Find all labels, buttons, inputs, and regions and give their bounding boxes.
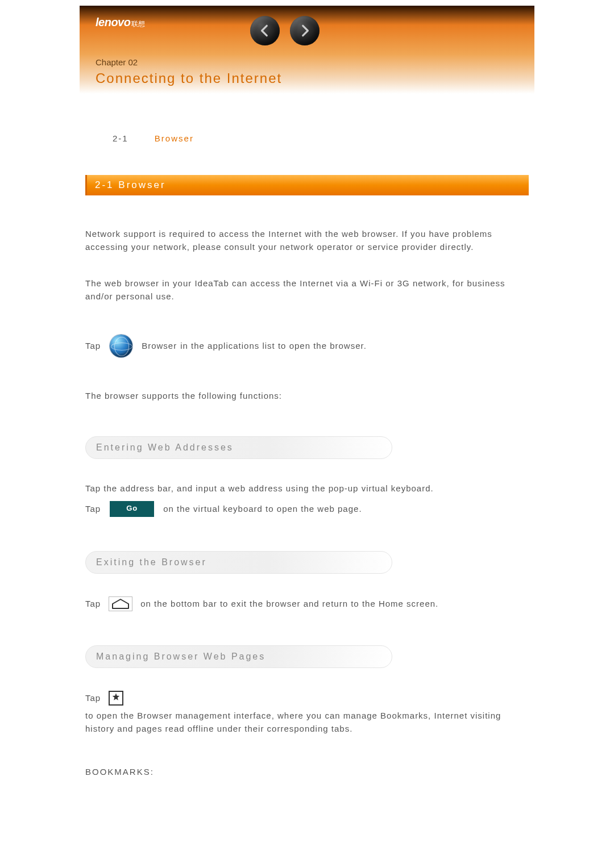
text: Tap: [85, 691, 101, 704]
chapter-label: Chapter 02: [96, 57, 518, 67]
logo-brand: lenovo: [96, 16, 130, 28]
home-icon: [109, 596, 132, 611]
paragraph: Network support is required to access th…: [85, 227, 529, 254]
paragraph: The web browser in your IdeaTab can acce…: [85, 277, 529, 303]
go-button-icon: Go: [110, 501, 154, 517]
subheading: Exiting the Browser: [85, 551, 392, 574]
prev-button[interactable]: [250, 16, 280, 45]
text: to open the Browser management interface…: [85, 709, 529, 736]
paragraph: Tap the address bar, and input a web add…: [85, 482, 529, 495]
chevron-left-icon: [258, 23, 272, 38]
text: Tap: [85, 502, 101, 515]
text: Tap: [85, 339, 101, 352]
text: on the virtual keyboard to open the web …: [163, 502, 362, 515]
hero-banner: lenovo联想 Chapter 02 Connecting to the In…: [80, 6, 534, 94]
text: Browser: [142, 339, 177, 352]
paragraph: Tap Go on the virtual keyboard to open t…: [85, 501, 529, 517]
text: Tap: [85, 597, 101, 610]
subheading: Managing Browser Web Pages: [85, 645, 392, 668]
section-heading: 2-1 Browser: [85, 175, 529, 195]
toc: 2-1 Browser: [113, 133, 529, 143]
paragraph: Tap on the bottom bar to exit the browse…: [85, 596, 529, 611]
next-button[interactable]: [290, 16, 320, 45]
text: in the applications list to open the bro…: [180, 339, 367, 352]
chapter-title: Connecting to the Internet: [96, 70, 518, 86]
paragraph: Tap Browser in the applications list to …: [85, 335, 529, 357]
chevron-right-icon: [297, 23, 312, 38]
toc-item-num: 2-1: [113, 133, 128, 143]
browser-globe-icon: [110, 335, 132, 357]
paragraph: The browser supports the following funct…: [85, 389, 529, 402]
toc-item-link[interactable]: Browser: [155, 133, 194, 143]
logo-cn: 联想: [131, 20, 144, 28]
paragraph: Tap to open the Browser management inter…: [85, 691, 529, 736]
bookmarks-heading: BOOKMARKS:: [85, 767, 529, 777]
text: on the bottom bar to exit the browser an…: [140, 597, 438, 610]
bookmark-star-icon: [109, 691, 123, 706]
subheading: Entering Web Addresses: [85, 436, 392, 459]
